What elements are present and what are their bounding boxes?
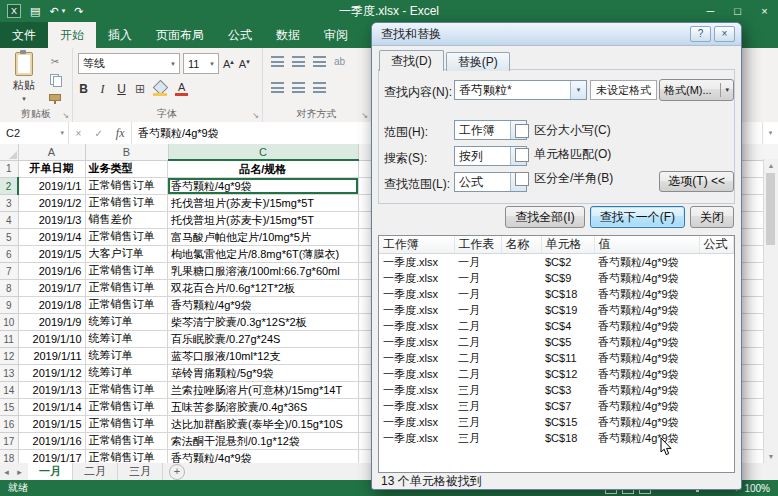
cell-order-type[interactable]: 大客户订单 bbox=[86, 246, 169, 263]
scrollbar-thumb[interactable] bbox=[766, 173, 775, 245]
undo-caret-icon[interactable]: ▾ bbox=[62, 7, 66, 15]
cell-order-type[interactable]: 正常销售订单 bbox=[86, 399, 169, 416]
cell-order-type[interactable]: 统筹订单 bbox=[86, 365, 169, 382]
result-row[interactable]: 一季度.xlsx 一月 $C$19 香芍颗粒/4g*9袋 bbox=[379, 302, 734, 318]
find-option-checkbox[interactable]: 单元格匹配(O) bbox=[515, 146, 613, 163]
cell-order-type[interactable]: 正常销售订单 bbox=[86, 195, 169, 212]
cell-product-spec[interactable]: 蓝芩口服液/10ml*12支 bbox=[168, 348, 358, 365]
cell-product-spec[interactable]: 柴芩清宁胶囊/0.3g*12S*2板 bbox=[168, 314, 358, 331]
cell-date[interactable]: 2019/1/5 bbox=[18, 246, 85, 263]
row-number[interactable]: 8 bbox=[0, 280, 18, 297]
cell-order-type[interactable]: 正常销售订单 bbox=[86, 450, 169, 464]
cell-date[interactable]: 2019/1/14 bbox=[18, 399, 85, 416]
cell-order-type[interactable]: 正常销售订单 bbox=[86, 178, 169, 195]
row-number[interactable]: 17 bbox=[0, 433, 18, 450]
save-icon[interactable]: ▤ bbox=[30, 5, 40, 18]
row-number[interactable]: 6 bbox=[0, 246, 18, 263]
clipboard-dialog-launcher-icon[interactable]: ↘ bbox=[62, 111, 69, 120]
row-number[interactable]: 2 bbox=[0, 178, 18, 195]
result-row[interactable]: 一季度.xlsx 三月 $C$3 香芍颗粒/4g*9袋 bbox=[379, 382, 734, 398]
ribbon-tab[interactable]: 文件 bbox=[0, 22, 48, 48]
cell-product-spec[interactable]: 香芍颗粒/4g*9袋 bbox=[168, 450, 358, 464]
sheet-tab[interactable]: 二月 bbox=[73, 463, 118, 480]
row-number[interactable]: 9 bbox=[0, 297, 18, 314]
align-middle-icon[interactable] bbox=[292, 56, 305, 67]
zoom-level[interactable]: 100% bbox=[744, 483, 770, 494]
italic-button[interactable]: I bbox=[97, 82, 108, 97]
sheet-nav-left-icon[interactable]: ◂ bbox=[0, 467, 13, 477]
result-row[interactable]: 一季度.xlsx 三月 $C$15 香芍颗粒/4g*9袋 bbox=[379, 414, 734, 430]
cell-product-spec[interactable]: 百乐眠胶囊/0.27g*24S bbox=[168, 331, 358, 348]
cell-product-spec[interactable]: 托伐普坦片(苏麦卡)/15mg*5T bbox=[168, 212, 358, 229]
cell-product-spec[interactable]: 托伐普坦片(苏麦卡)/15mg*5T bbox=[168, 195, 358, 212]
underline-button[interactable]: U bbox=[116, 82, 127, 96]
minimize-button[interactable]: ─ bbox=[697, 0, 724, 22]
checkbox-box[interactable] bbox=[515, 124, 529, 138]
cell-product-spec[interactable]: 五味苦参肠溶胶囊/0.4g*36S bbox=[168, 399, 358, 416]
name-box[interactable]: C2 ▾ bbox=[0, 122, 69, 144]
cell-order-type[interactable]: 销售差价 bbox=[86, 212, 169, 229]
decrease-font-icon[interactable]: A▾ bbox=[238, 58, 251, 70]
row-number[interactable]: 13 bbox=[0, 365, 18, 382]
column-header[interactable]: A bbox=[18, 144, 85, 160]
cell-order-type[interactable]: 统筹订单 bbox=[86, 331, 169, 348]
cell-order-type[interactable]: 业务类型 bbox=[86, 161, 169, 178]
cell-product-spec[interactable]: 枸地氯雷他定片/8.8mg*6T(薄膜衣) bbox=[168, 246, 358, 263]
column-header[interactable]: C bbox=[168, 144, 358, 160]
copy-icon[interactable] bbox=[48, 73, 62, 86]
cell-product-spec[interactable]: 乳果糖口服溶液/100ml:66.7g*60ml bbox=[168, 263, 358, 280]
cell-date[interactable]: 2019/1/9 bbox=[18, 314, 85, 331]
font-dialog-launcher-icon[interactable]: ↘ bbox=[252, 111, 259, 120]
ribbon-tab[interactable]: 页面布局 bbox=[144, 22, 216, 48]
find-option-checkbox[interactable]: 区分全/半角(B) bbox=[515, 170, 613, 187]
ribbon-tab[interactable]: 数据 bbox=[264, 22, 312, 48]
new-sheet-button[interactable]: + bbox=[169, 464, 185, 480]
checkbox-box[interactable] bbox=[515, 172, 529, 186]
row-number[interactable]: 16 bbox=[0, 416, 18, 433]
find-what-input[interactable]: 香芍颗粒* ▾ bbox=[454, 80, 587, 100]
maximize-button[interactable]: □ bbox=[724, 0, 751, 22]
row-number[interactable]: 12 bbox=[0, 348, 18, 365]
scroll-up-icon[interactable]: ▲ bbox=[764, 159, 778, 172]
cell-product-spec[interactable]: 品名/规格 bbox=[168, 160, 358, 178]
row-number[interactable]: 1 bbox=[0, 160, 18, 178]
result-column-header[interactable]: 单元格 bbox=[541, 236, 594, 254]
dialog-tab[interactable]: 查找(D) bbox=[379, 50, 444, 71]
cell-date[interactable]: 2019/1/4 bbox=[18, 229, 85, 246]
result-row[interactable]: 一季度.xlsx 三月 $C$18 香芍颗粒/4g*9袋 bbox=[379, 430, 734, 446]
close-button[interactable]: × bbox=[751, 0, 778, 22]
cell-product-spec[interactable]: 双花百合片/0.6g*12T*2板 bbox=[168, 280, 358, 297]
result-column-header[interactable]: 公式 bbox=[699, 236, 734, 254]
result-row[interactable]: 一季度.xlsx 一月 $C$9 香芍颗粒/4g*9袋 bbox=[379, 270, 734, 286]
cell-order-type[interactable]: 正常销售订单 bbox=[86, 229, 169, 246]
row-number[interactable]: 10 bbox=[0, 314, 18, 331]
paste-button[interactable]: 粘贴 ▾ bbox=[5, 52, 43, 103]
cell-date[interactable]: 2019/1/2 bbox=[18, 195, 85, 212]
cell-order-type[interactable]: 正常销售订单 bbox=[86, 382, 169, 399]
row-number[interactable]: 5 bbox=[0, 229, 18, 246]
cell-date[interactable]: 2019/1/7 bbox=[18, 280, 85, 297]
checkbox-box[interactable] bbox=[515, 148, 529, 162]
redo-icon[interactable]: ↷ bbox=[74, 5, 83, 18]
align-bottom-icon[interactable] bbox=[313, 56, 326, 67]
cell-date[interactable]: 2019/1/1 bbox=[18, 178, 85, 195]
cell-date[interactable]: 开单日期 bbox=[18, 160, 85, 178]
cell-date[interactable]: 2019/1/17 bbox=[18, 450, 85, 464]
borders-icon[interactable]: ⊞ bbox=[135, 82, 145, 96]
row-number[interactable]: 11 bbox=[0, 331, 18, 348]
row-number[interactable]: 7 bbox=[0, 263, 18, 280]
align-right-icon[interactable] bbox=[313, 82, 326, 93]
increase-font-icon[interactable]: A▴ bbox=[222, 58, 235, 70]
format-painter-icon[interactable] bbox=[48, 91, 62, 104]
row-number[interactable]: 4 bbox=[0, 212, 18, 229]
select-all-corner[interactable] bbox=[0, 144, 18, 160]
cell-date[interactable]: 2019/1/15 bbox=[18, 416, 85, 433]
result-row[interactable]: 一季度.xlsx 二月 $C$5 香芍颗粒/4g*9袋 bbox=[379, 334, 734, 350]
vertical-scrollbar[interactable]: ▲ ▼ bbox=[763, 159, 778, 463]
cell-order-type[interactable]: 正常销售订单 bbox=[86, 433, 169, 450]
row-number[interactable]: 18 bbox=[0, 450, 18, 464]
result-row[interactable]: 一季度.xlsx 一月 $C$18 香芍颗粒/4g*9袋 bbox=[379, 286, 734, 302]
result-row[interactable]: 一季度.xlsx 三月 $C$7 香芍颗粒/4g*9袋 bbox=[379, 398, 734, 414]
sheet-tab[interactable]: 三月 bbox=[118, 463, 163, 480]
cell-product-spec[interactable]: 荜铃胃痛颗粒/5g*9袋 bbox=[168, 365, 358, 382]
